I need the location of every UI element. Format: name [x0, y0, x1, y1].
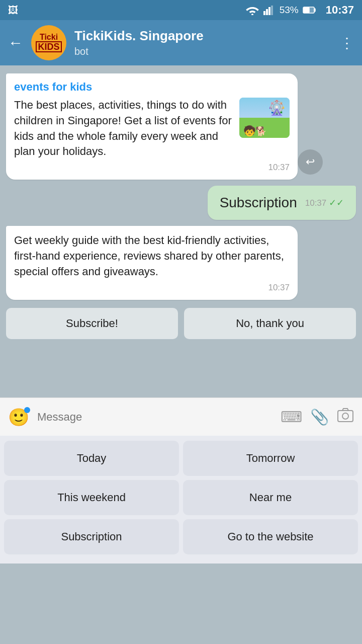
- message-timestamp-right: 10:37 ✓✓: [305, 197, 344, 208]
- status-bar: 🖼 53% 10:37: [0, 0, 362, 20]
- attach-icon[interactable]: 📎: [310, 408, 329, 426]
- keyboard-icon[interactable]: ⌨: [281, 408, 302, 426]
- quick-reply-website[interactable]: Go to the website: [183, 519, 358, 554]
- message-text-2: Get weekly guide with the best kid-frien…: [14, 234, 284, 278]
- notification-dot: [24, 407, 30, 413]
- chat-area: events for kids The best places, activit…: [0, 65, 362, 397]
- svg-point-0: [251, 14, 253, 15]
- quick-reply-row-1: Today Tomorrow: [4, 441, 358, 476]
- no-thanks-button[interactable]: No, thank you: [184, 308, 356, 339]
- avatar: Ticki KIDS: [31, 25, 66, 60]
- back-button[interactable]: ←: [8, 34, 23, 51]
- svg-rect-6: [304, 8, 309, 13]
- message-input[interactable]: [37, 411, 273, 424]
- svg-rect-1: [263, 11, 265, 15]
- message-text-1: The best places, activities, things to d…: [14, 98, 233, 159]
- clock-time: 10:37: [326, 4, 354, 17]
- quick-reply-near-me[interactable]: Near me: [183, 480, 358, 515]
- quick-reply-row-3: Subscription Go to the website: [4, 519, 358, 554]
- message-timestamp-1: 10:37: [14, 163, 290, 173]
- svg-rect-2: [266, 9, 268, 15]
- chat-header: ← Ticki KIDS TickiKids. Singapore bot ⋮: [0, 20, 362, 65]
- svg-point-9: [342, 413, 348, 419]
- quick-reply-this-weekend[interactable]: This weekend: [4, 480, 179, 515]
- read-tick-icon: ✓✓: [329, 198, 344, 208]
- message-bubble-left-2: Get weekly guide with the best kid-frien…: [6, 226, 321, 299]
- camera-icon[interactable]: [337, 407, 354, 427]
- battery-icon: [303, 6, 316, 14]
- quick-replies-panel: Today Tomorrow This weekend Near me Subs…: [0, 436, 362, 564]
- chat-title: TickiKids. Singapore: [74, 28, 332, 44]
- wifi-icon: [245, 5, 259, 15]
- message-bubble-left-1: events for kids The best places, activit…: [6, 73, 321, 180]
- avatar-text-kids: KIDS: [36, 41, 61, 52]
- message-bubble-right-1: Subscription 10:37 ✓✓: [208, 186, 356, 220]
- signal-icon: [263, 5, 276, 15]
- quick-reply-subscription[interactable]: Subscription: [4, 519, 179, 554]
- quick-reply-tomorrow[interactable]: Tomorrow: [183, 441, 358, 476]
- message-link-label[interactable]: events for kids: [14, 80, 290, 94]
- quick-reply-row-2: This weekend Near me: [4, 480, 358, 515]
- subscription-message: Subscription: [220, 195, 297, 211]
- svg-rect-4: [271, 6, 273, 15]
- emoji-button[interactable]: 🙂: [8, 407, 29, 427]
- message-timestamp-2: 10:37: [14, 283, 290, 293]
- subscribe-button[interactable]: Subscribe!: [6, 308, 178, 339]
- avatar-text-ticki: Ticki: [36, 33, 61, 41]
- more-button[interactable]: ⋮: [340, 35, 354, 51]
- header-info: TickiKids. Singapore bot: [74, 28, 332, 57]
- battery-text: 53%: [280, 5, 299, 16]
- svg-rect-8: [338, 411, 353, 422]
- chat-action-buttons: Subscribe! No, thank you: [6, 308, 356, 339]
- message-right-wrapper: Subscription 10:37 ✓✓: [6, 186, 356, 220]
- photo-icon: 🖼: [8, 5, 18, 16]
- quick-reply-today[interactable]: Today: [4, 441, 179, 476]
- message-image: 🎡 🧒 🐕: [239, 98, 290, 138]
- forward-button[interactable]: ↩: [298, 149, 323, 175]
- chat-subtitle: bot: [74, 46, 332, 57]
- svg-rect-3: [268, 7, 270, 15]
- input-bar: 🙂 ⌨ 📎: [0, 397, 362, 436]
- svg-rect-7: [314, 9, 315, 12]
